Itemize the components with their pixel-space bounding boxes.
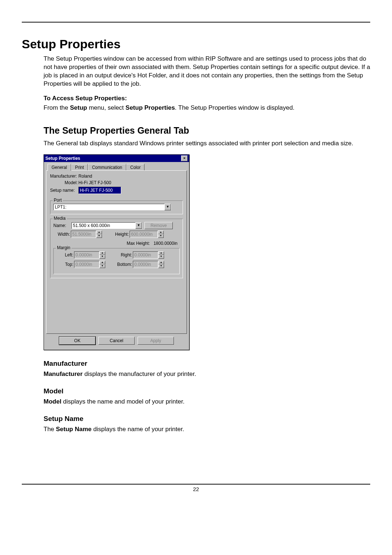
media-group-title: Media (53, 216, 67, 221)
setup-name-pre: The (44, 426, 56, 433)
spin-up-icon: ▲ (96, 231, 102, 234)
manufacturer-value: Roland (78, 174, 92, 179)
setup-properties-dialog: Setup Properties × General Print Communi… (44, 154, 189, 350)
tab-communication[interactable]: Communication (88, 164, 126, 171)
intro-paragraph: The Setup Properties window can be acces… (44, 55, 370, 88)
close-icon: × (183, 156, 185, 160)
model-bold: Model (44, 398, 61, 405)
tab-color[interactable]: Color (126, 164, 145, 171)
manufacturer-text: displays the manufacturer of your printe… (83, 370, 196, 377)
setup-name-desc: The Setup Name displays the name of your… (44, 426, 370, 433)
height-value: 600.0000in (130, 231, 158, 238)
spin-up-icon: ▲ (158, 251, 164, 255)
width-value: 51.5000in (71, 231, 96, 238)
dialog-title: Setup Properties (45, 156, 80, 161)
height-label: Height: (112, 232, 130, 237)
spin-up-icon: ▲ (158, 261, 164, 264)
setup-name-bold: Setup Name (56, 426, 91, 433)
margin-left-value: 0.0000in (74, 251, 99, 259)
manufacturer-desc: Manufacturer displays the manufacturer o… (44, 370, 370, 378)
setup-name-heading: Setup Name (44, 415, 370, 423)
max-height-label: Max Height: (127, 241, 150, 246)
media-group: Media Name: 51.500 x 600.000in ▼ Remove … (50, 219, 183, 278)
access-text-post: . The Setup Properties window is display… (175, 104, 294, 111)
margin-left-spinner[interactable]: 0.0000in ▲▼ (74, 251, 105, 259)
setup-name-input[interactable]: Hi-Fi JET FJ-500 (78, 187, 121, 194)
margin-group-title: Margin (56, 245, 72, 250)
ok-button[interactable]: OK (59, 337, 95, 345)
spin-down-icon: ▼ (158, 255, 164, 259)
spin-down-icon: ▼ (96, 234, 102, 238)
access-instruction: From the Setup menu, select Setup Proper… (44, 104, 370, 112)
access-text-setup-properties: Setup Properties (126, 104, 175, 111)
remove-button[interactable]: Remove (144, 222, 173, 229)
dialog-button-row: OK Cancel Apply (46, 334, 187, 347)
setup-name-text: displays the name of your printer. (91, 426, 184, 433)
margin-top-label: Top: (57, 262, 74, 267)
model-label: Model: (50, 180, 78, 185)
margin-bottom-spinner[interactable]: 0.0000in ▲▼ (133, 261, 164, 268)
access-text-mid: menu, select (87, 104, 126, 111)
dialog-client-area: General Print Communication Color Manufa… (44, 162, 189, 350)
margin-right-value: 0.0000in (133, 251, 158, 259)
margin-left-label: Left: (57, 252, 74, 258)
page-number: 22 (193, 486, 199, 492)
spin-down-icon: ▼ (158, 264, 164, 268)
margin-top-spinner[interactable]: 0.0000in ▲▼ (74, 261, 105, 268)
model-text: displays the name and model of your prin… (61, 398, 184, 405)
model-value: Hi-Fi JET FJ-500 (78, 180, 111, 185)
model-desc: Model displays the name and model of you… (44, 398, 370, 405)
tab-general[interactable]: General (48, 164, 71, 171)
spin-up-icon: ▲ (158, 231, 164, 234)
page-title: Setup Properties (22, 37, 370, 51)
spin-down-icon: ▼ (99, 255, 105, 259)
media-name-combobox[interactable]: 51.500 x 600.000in ▼ (72, 222, 142, 229)
port-combobox[interactable]: LPT1: ▼ (53, 204, 171, 210)
media-name-value: 51.500 x 600.000in (73, 223, 135, 228)
manufacturer-label: Manufacturer: (50, 174, 78, 179)
chevron-down-icon: ▼ (135, 222, 142, 229)
manufacturer-heading: Manufacturer (44, 360, 370, 368)
chevron-down-icon: ▼ (164, 204, 171, 210)
max-height-row: Max Height: 1800.0000in (53, 241, 177, 246)
general-tab-heading: The Setup Properties General Tab (44, 125, 370, 136)
tab-strip: General Print Communication Color (46, 163, 187, 170)
access-text-pre: From the (44, 104, 70, 111)
spin-up-icon: ▲ (99, 251, 105, 255)
margin-group: Margin Left: 0.0000in ▲▼ (53, 248, 180, 274)
page-footer: 22 (22, 484, 370, 492)
margin-bottom-label: Bottom: (115, 262, 133, 267)
page-top-rule (22, 22, 370, 23)
max-height-value: 1800.0000in (154, 241, 177, 246)
spin-down-icon: ▼ (99, 264, 105, 268)
port-group: Port LPT1: ▼ (50, 200, 183, 214)
width-spinner[interactable]: 51.5000in ▲▼ (71, 231, 102, 238)
access-text-setup: Setup (70, 104, 87, 111)
setup-name-label: Setup name: (50, 188, 78, 193)
tab-panel-general: Manufacturer: Roland Model: Hi-Fi JET FJ… (46, 170, 187, 334)
general-tab-desc: The General tab displays standard Window… (44, 139, 370, 148)
height-spinner[interactable]: 600.0000in ▲▼ (130, 231, 164, 238)
cancel-button[interactable]: Cancel (98, 337, 135, 345)
port-value: LPT1: (55, 204, 164, 210)
port-group-title: Port (53, 198, 63, 203)
tab-print[interactable]: Print (71, 164, 88, 171)
access-heading: To Access Setup Properties: (44, 95, 370, 102)
width-label: Width: (53, 232, 71, 237)
margin-bottom-value: 0.0000in (133, 261, 158, 268)
manufacturer-bold: Manufacturer (44, 370, 83, 377)
margin-right-label: Right: (115, 252, 133, 258)
apply-button[interactable]: Apply (138, 337, 174, 345)
close-button[interactable]: × (181, 155, 188, 161)
spin-down-icon: ▼ (158, 234, 164, 238)
margin-top-value: 0.0000in (74, 261, 99, 268)
dialog-titlebar[interactable]: Setup Properties × (44, 155, 189, 162)
margin-right-spinner[interactable]: 0.0000in ▲▼ (133, 251, 164, 259)
model-heading: Model (44, 387, 370, 395)
spin-up-icon: ▲ (99, 261, 105, 264)
media-name-label: Name: (53, 223, 72, 228)
